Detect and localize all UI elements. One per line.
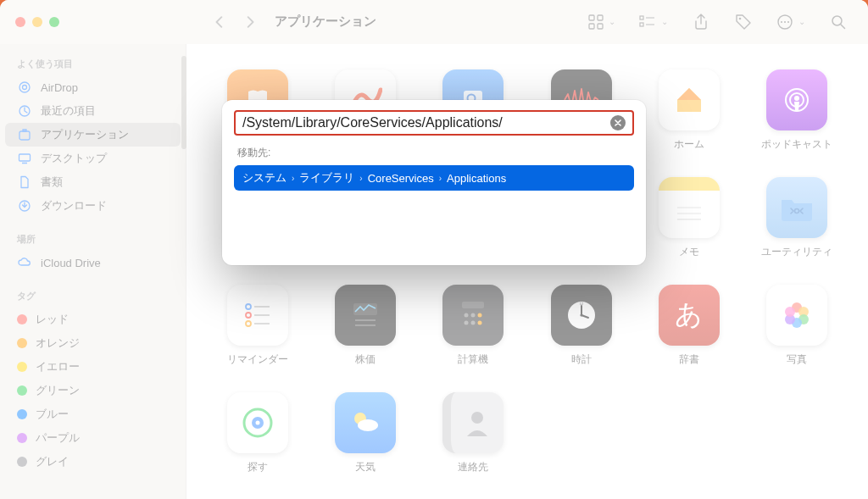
- sidebar-item-applications[interactable]: アプリケーション: [5, 123, 181, 147]
- app-dictionary[interactable]: あ辞書: [643, 285, 734, 367]
- goto-crumb: Applications: [447, 172, 506, 185]
- svg-point-36: [246, 321, 251, 326]
- app-label: 連絡先: [458, 460, 488, 474]
- podcasts-icon: [766, 69, 827, 130]
- folder-utilities-icon: [766, 177, 827, 238]
- app-podcasts[interactable]: ポッドキャスト: [752, 69, 843, 152]
- sidebar-item-label: デスクトップ: [41, 151, 107, 166]
- sidebar-section-tags: タグ: [0, 285, 186, 308]
- app-clock[interactable]: 12時計: [536, 285, 626, 367]
- svg-point-11: [784, 20, 786, 22]
- sidebar-tag-yellow[interactable]: イエロー: [5, 355, 181, 379]
- app-utilities[interactable]: ユーティリティ: [752, 177, 843, 259]
- applications-icon: [17, 127, 32, 142]
- clear-input-button[interactable]: [610, 115, 626, 130]
- sidebar-item-downloads[interactable]: ダウンロード: [5, 194, 181, 218]
- sidebar-item-label: オレンジ: [36, 335, 80, 351]
- sidebar-tag-orange[interactable]: オレンジ: [5, 331, 181, 355]
- sidebar-tag-gray[interactable]: グレイ: [5, 450, 181, 474]
- sidebar-item-icloud[interactable]: iCloud Drive: [5, 251, 181, 274]
- sidebar-section-locations: 場所: [0, 228, 186, 251]
- goto-path-input[interactable]: [242, 115, 604, 130]
- zoom-button[interactable]: [49, 17, 59, 27]
- goto-folder-dialog: 移動先: システム › ライブラリ › CoreServices › Appli…: [222, 100, 646, 265]
- app-photos[interactable]: 写真: [752, 285, 843, 367]
- goto-section-label: 移動先:: [234, 146, 634, 160]
- sidebar-item-desktop[interactable]: デスクトップ: [5, 147, 181, 170]
- tag-dot-icon: [17, 409, 27, 419]
- chevron-down-icon: ⌄: [609, 17, 615, 26]
- app-label: 株価: [355, 352, 376, 367]
- app-label: 探す: [248, 460, 268, 474]
- tags-button[interactable]: [734, 13, 753, 31]
- tag-dot-icon: [17, 338, 27, 348]
- sidebar-item-label: アプリケーション: [41, 127, 129, 142]
- svg-point-63: [358, 419, 378, 431]
- sidebar-item-airdrop[interactable]: AirDrop: [5, 75, 181, 99]
- svg-rect-2: [589, 24, 594, 29]
- forward-button[interactable]: [242, 14, 258, 30]
- app-calculator[interactable]: 計算機: [428, 285, 519, 367]
- action-button[interactable]: ⌄: [776, 14, 805, 30]
- toolbar: アプリケーション ⌄ ⌄ ⌄: [0, 0, 868, 44]
- sidebar-item-documents[interactable]: 書類: [5, 170, 181, 194]
- close-button[interactable]: [15, 17, 25, 27]
- app-findmy[interactable]: 探す: [212, 392, 303, 474]
- sidebar-tag-blue[interactable]: ブルー: [5, 402, 181, 426]
- svg-point-42: [465, 313, 469, 318]
- svg-line-14: [841, 25, 845, 29]
- sidebar-tag-purple[interactable]: パープル: [5, 426, 181, 450]
- svg-point-58: [785, 307, 795, 317]
- document-icon: [17, 175, 32, 190]
- sidebar-scrollbar[interactable]: [181, 56, 186, 149]
- app-stocks[interactable]: 株価: [320, 285, 410, 367]
- svg-rect-18: [19, 131, 30, 140]
- svg-rect-3: [598, 24, 603, 29]
- svg-point-15: [19, 82, 30, 92]
- tag-dot-icon: [17, 385, 27, 396]
- minimize-button[interactable]: [32, 17, 42, 27]
- group-button[interactable]: ⌄: [639, 14, 668, 30]
- app-notes[interactable]: メモ: [643, 177, 734, 259]
- view-mode-button[interactable]: ⌄: [588, 14, 615, 30]
- share-button[interactable]: [692, 13, 710, 31]
- findmy-icon: [227, 392, 288, 453]
- svg-point-10: [781, 20, 782, 22]
- goto-input-wrap: [234, 110, 634, 136]
- svg-rect-5: [640, 23, 643, 26]
- app-home[interactable]: ホーム: [643, 69, 734, 152]
- app-reminders[interactable]: リマインダー: [212, 285, 303, 367]
- dictionary-icon: あ: [659, 285, 720, 346]
- calculator-icon: [442, 285, 504, 346]
- sidebar-item-label: イエロー: [36, 359, 80, 374]
- sidebar-item-label: レッド: [36, 312, 69, 327]
- goto-result-row[interactable]: システム › ライブラリ › CoreServices › Applicatio…: [234, 165, 634, 191]
- app-label: 計算機: [458, 352, 488, 367]
- svg-rect-41: [462, 302, 484, 308]
- stocks-icon: [335, 285, 396, 346]
- sidebar-tag-green[interactable]: グリーン: [5, 379, 181, 402]
- back-button[interactable]: [212, 14, 227, 30]
- chevron-down-icon: ⌄: [661, 17, 668, 26]
- tag-dot-icon: [17, 457, 27, 467]
- svg-point-12: [787, 20, 789, 22]
- search-button[interactable]: [829, 13, 848, 31]
- chevron-right-icon: ›: [359, 174, 362, 183]
- app-label: リマインダー: [227, 352, 288, 367]
- app-label: ポッドキャスト: [761, 137, 832, 152]
- goto-crumb: システム: [242, 170, 287, 186]
- app-label: 写真: [787, 352, 807, 367]
- svg-point-47: [478, 321, 482, 325]
- app-weather[interactable]: 天気: [320, 392, 410, 474]
- svg-point-43: [471, 313, 476, 318]
- toolbar-right: ⌄ ⌄ ⌄: [588, 13, 858, 31]
- svg-point-27: [794, 96, 799, 101]
- sidebar-item-recents[interactable]: 最近の項目: [5, 99, 181, 123]
- app-label: ユーティリティ: [761, 245, 832, 259]
- sidebar-tag-red[interactable]: レッド: [5, 308, 181, 331]
- app-contacts[interactable]: 連絡先: [428, 392, 519, 474]
- photos-icon: [766, 285, 827, 346]
- contacts-icon: [442, 392, 504, 453]
- sidebar-item-label: AirDrop: [41, 81, 78, 94]
- app-label: 辞書: [679, 352, 699, 367]
